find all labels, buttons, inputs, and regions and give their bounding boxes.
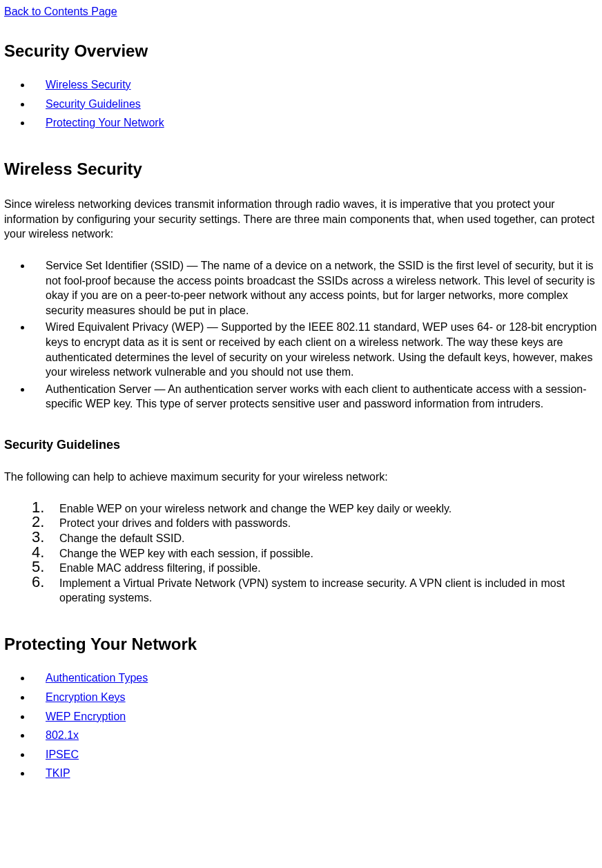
wireless-components-list: Service Set Identifier (SSID) — The name… — [32, 258, 598, 412]
list-item: Protect your drives and folders with pas… — [32, 516, 598, 531]
list-item: TKIP — [32, 766, 598, 781]
list-item: Authentication Server — An authenticatio… — [32, 382, 598, 412]
list-item: Authentication Types — [32, 671, 598, 686]
toc-link-security-guidelines[interactable]: Security Guidelines — [46, 98, 141, 110]
list-item: Service Set Identifier (SSID) — The name… — [32, 258, 598, 318]
link-8021x[interactable]: 802.1x — [46, 729, 79, 741]
list-item: Protecting Your Network — [32, 115, 598, 131]
toc-list: Wireless Security Security Guidelines Pr… — [32, 77, 598, 131]
page-title: Security Overview — [4, 40, 598, 62]
toc-link-protecting-your-network[interactable]: Protecting Your Network — [46, 117, 164, 128]
wireless-intro-text: Since wireless networking devices transm… — [4, 197, 598, 242]
toc-link-wireless-security[interactable]: Wireless Security — [46, 79, 131, 90]
list-item: Enable MAC address filtering, if possibl… — [32, 561, 598, 576]
list-item: Change the default SSID. — [32, 531, 598, 546]
link-authentication-types[interactable]: Authentication Types — [46, 672, 148, 684]
link-tkip[interactable]: TKIP — [46, 767, 70, 779]
link-ipsec[interactable]: IPSEC — [46, 749, 79, 760]
wireless-security-heading: Wireless Security — [4, 158, 598, 180]
guidelines-list: Enable WEP on your wireless network and … — [32, 501, 598, 606]
list-item: Implement a Virtual Private Network (VPN… — [32, 576, 598, 606]
list-item: Encryption Keys — [32, 690, 598, 705]
list-item: Wireless Security — [32, 77, 598, 93]
list-item: WEP Encryption — [32, 709, 598, 724]
security-guidelines-heading: Security Guidelines — [4, 436, 598, 453]
list-item: IPSEC — [32, 747, 598, 762]
guidelines-intro-text: The following can help to achieve maximu… — [4, 470, 598, 485]
list-item: Enable WEP on your wireless network and … — [32, 501, 598, 517]
list-item: 802.1x — [32, 728, 598, 743]
list-item: Wired Equivalent Privacy (WEP) — Support… — [32, 320, 598, 379]
link-encryption-keys[interactable]: Encryption Keys — [46, 691, 126, 703]
back-to-contents-link[interactable]: Back to Contents Page — [4, 4, 598, 19]
link-wep-encryption[interactable]: WEP Encryption — [46, 711, 126, 722]
protecting-network-heading: Protecting Your Network — [4, 633, 598, 655]
list-item: Security Guidelines — [32, 97, 598, 112]
protecting-links-list: Authentication Types Encryption Keys WEP… — [32, 671, 598, 781]
list-item: Change the WEP key with each session, if… — [32, 546, 598, 561]
